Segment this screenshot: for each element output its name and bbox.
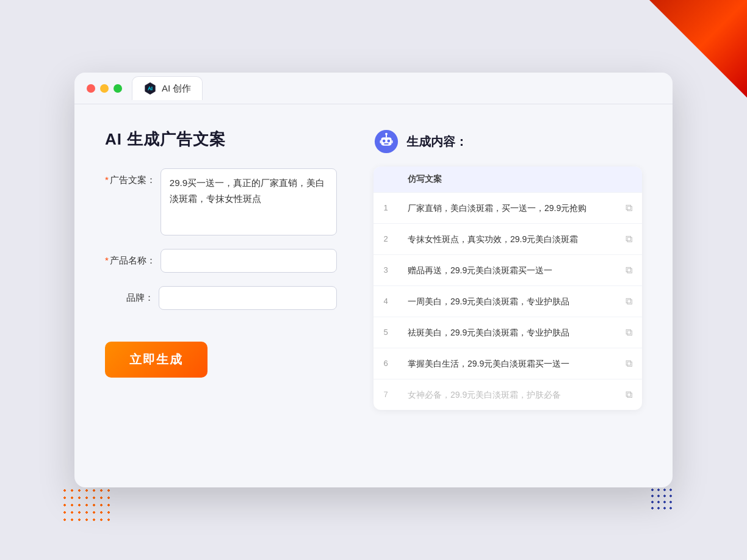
ai-creation-tab[interactable]: AI AI 创作: [132, 76, 203, 100]
bg-dots-orange: [61, 487, 110, 523]
bg-dots-blue: [649, 487, 674, 511]
table-row: 4 一周美白，29.9元美白淡斑霜，专业护肤品 ⧉: [374, 286, 642, 317]
row-text: 女神必备，29.9元美白淡斑霜，护肤必备: [398, 379, 616, 411]
row-number: 5: [374, 317, 398, 348]
row-text: 赠品再送，29.9元美白淡斑霜买一送一: [398, 255, 616, 286]
bot-icon: [374, 129, 399, 154]
copy-cell[interactable]: ⧉: [616, 255, 642, 286]
required-star-2: *: [105, 255, 109, 265]
ad-copy-input[interactable]: 29.9买一送一，真正的厂家直销，美白淡斑霜，专抹女性斑点: [161, 168, 337, 235]
row-number: 1: [374, 193, 398, 224]
table-row: 5 祛斑美白，29.9元美白淡斑霜，专业护肤品 ⧉: [374, 317, 642, 348]
svg-point-5: [387, 140, 390, 143]
right-header: 生成内容：: [374, 129, 642, 154]
row-text: 专抹女性斑点，真实功效，29.9元美白淡斑霜: [398, 224, 616, 255]
svg-rect-8: [384, 143, 389, 145]
left-panel: AI 生成广告文案 *广告文案： 29.9买一送一，真正的厂家直销，美白淡斑霜，…: [105, 129, 337, 410]
row-text: 掌握美白生活，29.9元美白淡斑霜买一送一: [398, 348, 616, 379]
row-number: 2: [374, 224, 398, 255]
ad-copy-row: *广告文案： 29.9买一送一，真正的厂家直销，美白淡斑霜，专抹女性斑点: [105, 168, 337, 235]
table-row: 7 女神必备，29.9元美白淡斑霜，护肤必备 ⧉: [374, 379, 642, 411]
result-table: 仿写文案 1 厂家直销，美白淡斑霜，买一送一，29.9元抢购 ⧉ 2 专抹女性斑…: [374, 167, 642, 410]
right-panel: 生成内容： 仿写文案 1 厂家直销，美白淡斑霜，买一送一，29.9元抢购: [374, 129, 642, 410]
right-title: 生成内容：: [406, 134, 467, 150]
titlebar: AI AI 创作: [74, 73, 673, 104]
copy-icon[interactable]: ⧉: [626, 296, 632, 306]
row-number: 3: [374, 255, 398, 286]
copy-icon[interactable]: ⧉: [626, 389, 632, 400]
ai-tab-icon: AI: [143, 82, 157, 95]
copy-cell[interactable]: ⧉: [616, 317, 642, 348]
brand-label: 品牌：: [105, 286, 154, 304]
col-num-header: [374, 167, 398, 193]
maximize-button[interactable]: [114, 84, 122, 93]
ad-copy-label: *广告文案：: [105, 168, 156, 186]
product-name-input[interactable]: 美白淡斑霜: [161, 249, 337, 273]
copy-cell[interactable]: ⧉: [616, 193, 642, 224]
required-star-1: *: [105, 174, 109, 185]
col-text-header: 仿写文案: [398, 167, 616, 193]
row-text: 一周美白，29.9元美白淡斑霜，专业护肤品: [398, 286, 616, 317]
close-button[interactable]: [87, 84, 95, 93]
svg-rect-10: [392, 140, 393, 143]
svg-point-7: [385, 133, 388, 135]
generate-button[interactable]: 立即生成: [105, 342, 208, 378]
brand-row: 品牌： 好白: [105, 286, 337, 310]
copy-icon[interactable]: ⧉: [626, 265, 632, 275]
copy-cell[interactable]: ⧉: [616, 348, 642, 379]
row-number: 4: [374, 286, 398, 317]
page-title: AI 生成广告文案: [105, 129, 337, 150]
app-window: AI AI 创作 AI 生成广告文案 *广告文案： 29.9买一送一，真正的厂家…: [74, 73, 673, 487]
main-content: AI 生成广告文案 *广告文案： 29.9买一送一，真正的厂家直销，美白淡斑霜，…: [74, 104, 673, 434]
brand-input[interactable]: 好白: [159, 286, 337, 310]
tab-label: AI 创作: [162, 83, 191, 95]
table-row: 3 赠品再送，29.9元美白淡斑霜买一送一 ⧉: [374, 255, 642, 286]
product-name-row: *产品名称： 美白淡斑霜: [105, 249, 337, 273]
minimize-button[interactable]: [100, 84, 109, 93]
col-copy-header: [616, 167, 642, 193]
row-text: 厂家直销，美白淡斑霜，买一送一，29.9元抢购: [398, 193, 616, 224]
row-text: 祛斑美白，29.9元美白淡斑霜，专业护肤品: [398, 317, 616, 348]
copy-cell[interactable]: ⧉: [616, 379, 642, 411]
svg-text:AI: AI: [148, 86, 153, 92]
table-row: 1 厂家直销，美白淡斑霜，买一送一，29.9元抢购 ⧉: [374, 193, 642, 224]
copy-icon[interactable]: ⧉: [626, 203, 632, 213]
copy-icon[interactable]: ⧉: [626, 327, 632, 337]
table-row: 2 专抹女性斑点，真实功效，29.9元美白淡斑霜 ⧉: [374, 224, 642, 255]
row-number: 7: [374, 379, 398, 411]
product-name-label: *产品名称：: [105, 249, 156, 267]
copy-cell[interactable]: ⧉: [616, 286, 642, 317]
table-row: 6 掌握美白生活，29.9元美白淡斑霜买一送一 ⧉: [374, 348, 642, 379]
copy-cell[interactable]: ⧉: [616, 224, 642, 255]
row-number: 6: [374, 348, 398, 379]
window-controls: [87, 84, 122, 93]
svg-rect-9: [380, 140, 381, 143]
copy-icon[interactable]: ⧉: [626, 358, 632, 368]
svg-point-4: [383, 140, 386, 143]
copy-icon[interactable]: ⧉: [626, 234, 632, 244]
